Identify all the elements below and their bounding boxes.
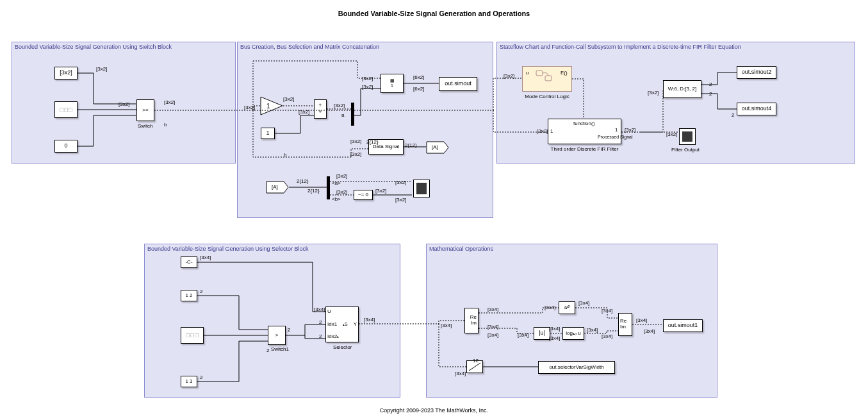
dim-3x2-r3a: [3x2] bbox=[504, 73, 514, 79]
constant-C[interactable]: -C- bbox=[181, 256, 197, 268]
counter-block[interactable]: ⬚⬚⬚ bbox=[54, 101, 78, 118]
region-math-title: Mathematical Operations bbox=[429, 246, 493, 252]
region-selector-gen-title: Bounded Variable-Size Signal Generation … bbox=[147, 246, 308, 252]
to-workspace-simout[interactable]: out.simout bbox=[439, 77, 477, 91]
sel-b: <b> bbox=[332, 196, 341, 202]
chart-port-u: u bbox=[526, 70, 528, 76]
dim-3x2-r3c: [3x2] bbox=[625, 127, 635, 133]
dim-3x2-e: [3x2] bbox=[283, 96, 294, 102]
dim-3x2-n: [3x2] bbox=[375, 188, 386, 194]
dim-2-h: 2 bbox=[319, 319, 322, 325]
compare-neq-zero[interactable]: ~= 0 bbox=[354, 190, 373, 200]
chart-port-e: E() bbox=[561, 70, 568, 76]
page-title: Bounded Variable-Size Signal Generation … bbox=[0, 10, 868, 17]
dim-3x4-p: [3x4] bbox=[636, 317, 647, 323]
dim-3x2-d: [3x2] bbox=[244, 105, 255, 110]
port-a: a bbox=[341, 112, 344, 118]
dim-3x4-o: [3x4] bbox=[602, 333, 612, 339]
dim-3x2-r3d: [3x2] bbox=[648, 90, 659, 96]
bus-selector[interactable] bbox=[327, 176, 330, 199]
scope-filter-output[interactable] bbox=[679, 128, 696, 145]
bus-creator[interactable] bbox=[351, 103, 354, 126]
fir-func-label: function() bbox=[573, 121, 594, 126]
sel-a: <a> bbox=[332, 180, 341, 186]
fir-label: Third order Discrete FIR Filter bbox=[545, 146, 625, 152]
to-workspace-simout2[interactable]: out.simout2 bbox=[737, 66, 776, 79]
dim-3x2-r3e: [3x2] bbox=[666, 131, 677, 137]
dim-3x4-b: [3x4] bbox=[314, 307, 325, 312]
probe-wd[interactable]: W:6, D:[3, 2] bbox=[663, 80, 701, 98]
dim-3x2-l: [3x2] bbox=[336, 173, 347, 179]
dim-3x2-b: [3x2] bbox=[119, 101, 129, 107]
gain-block[interactable]: 1 bbox=[260, 96, 283, 115]
svg-line-6 bbox=[469, 363, 480, 371]
constant-one[interactable]: 1 bbox=[261, 128, 275, 139]
math-square[interactable]: u² bbox=[559, 301, 575, 314]
constant-3x2[interactable]: [3x2] bbox=[54, 67, 78, 80]
reim-to-complex[interactable]: ReIm bbox=[618, 313, 632, 336]
region-bus-title: Bus Creation, Bus Selection and Matrix C… bbox=[240, 44, 379, 50]
dim-3x2-a: [3x2] bbox=[96, 66, 107, 72]
filter-output-label: Filter Output bbox=[671, 147, 700, 153]
dim-2-c: 2 bbox=[732, 112, 734, 118]
port-b2: b bbox=[284, 152, 286, 158]
goto-A-label: [A] bbox=[432, 144, 438, 150]
constant-1-2[interactable]: 1 2 bbox=[181, 290, 197, 301]
region-fir-title: Stateflow Chart and Function-Call Subsys… bbox=[500, 44, 741, 50]
dim-2-b: 2 bbox=[709, 91, 712, 97]
dim-3x4-m: [3x4] bbox=[587, 327, 598, 333]
copyright-footer: Copyright 2009-2023 The MathWorks, Inc. bbox=[0, 407, 868, 414]
selector-label: Selector bbox=[333, 344, 352, 350]
dim-3x2-g: [3x2] bbox=[334, 103, 345, 108]
constant-zero[interactable]: 0 bbox=[54, 140, 78, 153]
dim-3x4-e: [3x4] bbox=[487, 307, 498, 312]
dim-3x2-p: [3x2] bbox=[395, 197, 406, 203]
matrix-concat-block[interactable]: ▦1 bbox=[381, 74, 404, 93]
dim-3x4-f: [3x4] bbox=[487, 324, 498, 330]
region-switch-gen-title: Bounded Variable-Size Signal Generation … bbox=[15, 44, 172, 50]
dim-3x4-a: [3x4] bbox=[200, 255, 211, 260]
switch1-block[interactable]: > bbox=[268, 326, 286, 345]
dim-2-d: 2 bbox=[200, 289, 202, 294]
mode-control-label: Mode Control Logic bbox=[524, 94, 570, 99]
fir-out-port: 1 bbox=[615, 127, 618, 133]
dim-212-a: 2{12} bbox=[366, 139, 379, 145]
dim-2-e: 2 bbox=[200, 374, 202, 380]
log10-block[interactable]: log₁₀ u bbox=[562, 327, 584, 340]
dim-3x2-j: [3x2] bbox=[350, 139, 361, 144]
dim-3x4-i: [3x4] bbox=[578, 300, 589, 306]
dim-212-b: 2{12} bbox=[405, 142, 417, 148]
region-fir: Stateflow Chart and Function-Call Subsys… bbox=[496, 42, 855, 164]
abs-block[interactable]: |u| bbox=[534, 327, 550, 340]
dim-212-c: 2{12} bbox=[297, 178, 309, 184]
to-workspace-simout1[interactable]: out.simout1 bbox=[663, 319, 703, 332]
dim-3x2-c: [3x2] bbox=[164, 99, 175, 105]
to-workspace-selvarwidth[interactable]: out.selectorVarSigWidth bbox=[538, 361, 615, 374]
dim-3x4-c: [3x4] bbox=[364, 317, 375, 323]
dim-3x4-l: [3x4] bbox=[549, 335, 560, 341]
switch-label: Switch bbox=[138, 123, 153, 129]
dim-3x2-m: [3x2] bbox=[336, 189, 347, 195]
dim-2-i: 2 bbox=[319, 333, 322, 339]
svg-text:1: 1 bbox=[266, 103, 270, 110]
dim-3x2-f: [3x2] bbox=[299, 109, 309, 115]
to-workspace-simout4[interactable]: out.simout4 bbox=[737, 103, 776, 115]
dim-3x4-j: [3x4] bbox=[518, 332, 528, 338]
sum-block[interactable]: ++ bbox=[314, 99, 327, 119]
dim-212-d: 2{12} bbox=[307, 188, 320, 194]
dim-3x4-q: [3x4] bbox=[644, 328, 655, 334]
complex-to-reim[interactable]: ReIm bbox=[464, 308, 479, 333]
counter-block-2[interactable]: ⬚⬚⬚ bbox=[181, 327, 204, 344]
svg-rect-4 bbox=[536, 71, 543, 76]
constant-1-3[interactable]: 1 3 bbox=[181, 376, 197, 387]
dim-3x2-o: [3x2] bbox=[395, 180, 406, 185]
svg-marker-0 bbox=[261, 97, 283, 115]
width-12: 12 bbox=[473, 358, 479, 364]
selector-block[interactable]: U Idx1₁SY Idx2₁ bbox=[325, 307, 359, 342]
dim-3x2-i: [3x2] bbox=[362, 84, 373, 90]
svg-rect-5 bbox=[545, 76, 552, 81]
dim-2-g: 2 bbox=[288, 327, 290, 333]
scope1[interactable] bbox=[413, 180, 430, 197]
switch1-label: Switch1 bbox=[271, 346, 289, 352]
switch-block[interactable]: >= bbox=[136, 99, 154, 121]
